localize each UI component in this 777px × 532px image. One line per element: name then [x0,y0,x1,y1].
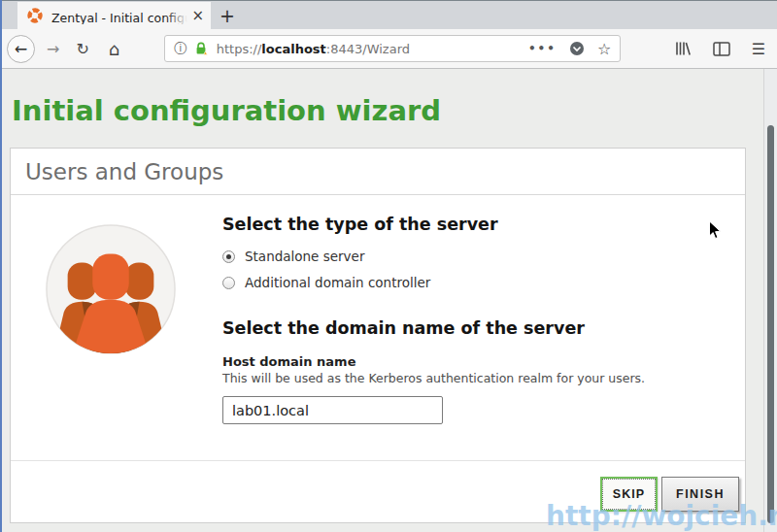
host-domain-help: This will be used as the Kerberos authen… [222,371,727,385]
radio-row-additional: Additional domain controller [222,275,727,290]
forward-button[interactable]: → [47,40,59,58]
host-domain-input[interactable] [222,396,443,424]
url-scheme: https:// [217,42,262,56]
page-viewport: Initial configuration wizard Users and G… [0,69,777,532]
url-path: :8443/Wizard [326,42,410,56]
wizard-form: Select the type of the server Standalone… [222,215,727,424]
zentyal-favicon-icon [27,8,43,23]
radio-row-standalone: Standalone server [222,249,727,264]
page-info-icon[interactable]: ⓘ [174,40,187,57]
radio-additional-label: Additional domain controller [245,275,430,290]
reload-button[interactable]: ↻ [76,40,88,58]
window-left-edge [0,0,2,532]
radio-standalone-label: Standalone server [245,249,364,264]
tab-title-wrap: Zentyal - Initial configura [51,8,187,24]
new-tab-button[interactable]: + [220,3,235,28]
toolbar-right-icons: ☰ [675,40,765,58]
firefox-window: Zentyal - Initial configura × + ← → ↻ ⌂ … [0,0,777,532]
page-actions-icon[interactable]: ••• [528,42,557,55]
radio-additional-domain-controller[interactable] [222,277,235,289]
page-title: Initial configuration wizard [12,94,441,127]
mouse-cursor [708,220,722,241]
url-host: localhost [261,42,325,56]
panel-header: Users and Groups [11,149,745,195]
bookmark-star-icon[interactable]: ☆ [597,40,611,58]
domain-name-heading: Select the domain name of the server [222,318,727,338]
watermark-text: http://wojcieh.net [546,500,777,532]
browser-tab[interactable]: Zentyal - Initial configura × [17,2,211,29]
tab-bar: Zentyal - Initial configura × + [0,1,777,29]
library-icon[interactable] [675,41,692,56]
tab-title-fade [166,8,187,24]
scrollbar-track[interactable] [763,69,777,532]
scrollbar-thumb[interactable] [767,125,774,523]
users-groups-icon [44,222,178,356]
server-type-heading: Select the type of the server [222,215,727,234]
url-bar[interactable]: ⓘ https://localhost:8443/Wizard ••• ☆ [164,35,621,62]
pocket-icon[interactable] [569,41,585,56]
radio-standalone-server[interactable] [222,250,235,263]
url-text: https://localhost:8443/Wizard [217,42,410,56]
navigation-toolbar: ← → ↻ ⌂ ⓘ https://localhost:8443/Wizard … [0,29,777,69]
close-tab-icon[interactable]: × [191,9,204,23]
menu-icon[interactable]: ☰ [752,40,765,58]
wizard-panel: Users and Groups [10,148,746,523]
host-domain-label: Host domain name [222,354,727,369]
window-top-edge [0,0,777,1]
ssl-lock-icon[interactable] [194,42,208,55]
back-button[interactable]: ← [7,35,35,63]
home-button[interactable]: ⌂ [109,39,119,59]
sidebar-icon[interactable] [713,42,730,56]
